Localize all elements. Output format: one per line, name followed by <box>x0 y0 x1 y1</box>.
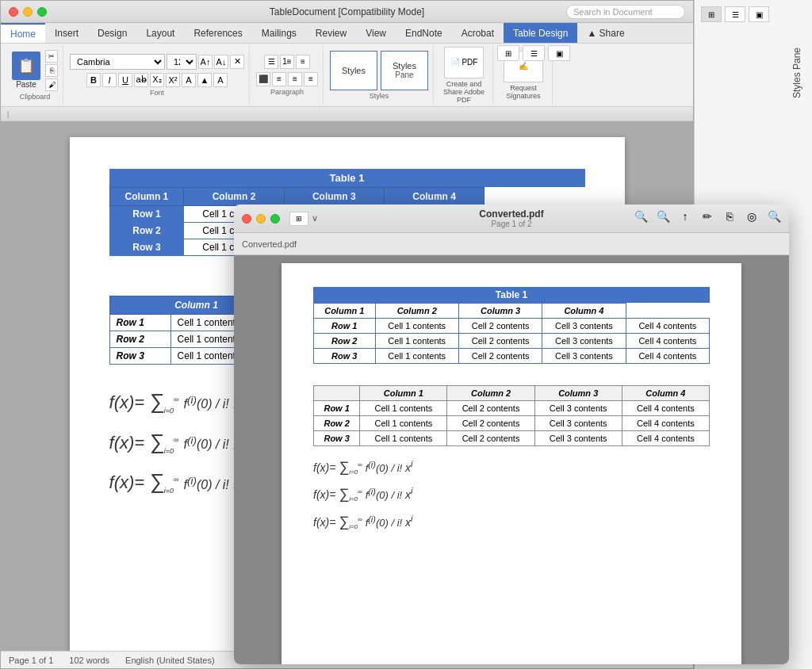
copy-button[interactable]: ⎘ <box>45 64 58 77</box>
pdf-zoom-out-icon[interactable]: 🔍 <box>632 208 649 225</box>
word-table-col4-header: Column 4 <box>384 188 484 206</box>
tab-review[interactable]: Review <box>306 23 356 43</box>
minimize-button[interactable] <box>23 7 33 17</box>
align-left-button[interactable]: ⬛ <box>256 72 270 86</box>
tab-insert[interactable]: Insert <box>45 23 88 43</box>
pdf-copy-icon[interactable]: ⎘ <box>721 208 738 225</box>
font-color-button[interactable]: A <box>182 73 196 87</box>
font-size-select[interactable]: 12 <box>167 54 197 70</box>
paste-button[interactable]: 📋 Paste <box>12 52 40 89</box>
tab-view[interactable]: View <box>356 23 396 43</box>
list-icon[interactable]: ☰ <box>725 6 745 22</box>
highlight-button[interactable]: ▲ <box>197 73 212 87</box>
pdf-t1-r3-label: Row 3 <box>314 349 376 364</box>
tab-table-design[interactable]: Table Design <box>504 23 577 43</box>
strikethrough-button[interactable]: ab̶ <box>134 73 148 87</box>
tab-design[interactable]: Design <box>88 23 136 43</box>
pdf-t2-col0 <box>314 386 360 401</box>
ribbon-tabs: Home Insert Design Layout References Mai… <box>1 23 693 44</box>
pdf-filename-label: Converted.pdf <box>242 239 297 249</box>
panel-view-icon[interactable]: ▣ <box>548 45 570 61</box>
pdf-minimize-button[interactable] <box>256 214 266 224</box>
tab-endnote[interactable]: EndNote <box>396 23 452 43</box>
ruler: | <box>1 107 693 121</box>
tab-home[interactable]: Home <box>1 23 45 43</box>
tab-share[interactable]: ▲ Share <box>577 23 634 43</box>
spacer <box>313 376 710 385</box>
clear-format-button[interactable]: ✕ <box>230 55 244 69</box>
underline-button[interactable]: U <box>118 73 132 87</box>
table-row: Row 1 Cell 1 contents Cell 2 contents Ce… <box>314 319 710 334</box>
tab-layout[interactable]: Layout <box>136 23 184 43</box>
pdf-t1-r2-c1: Cell 1 contents <box>375 334 458 349</box>
format-painter-button[interactable]: 🖌 <box>45 78 58 91</box>
pdf-maximize-button[interactable] <box>270 214 280 224</box>
tab-acrobat[interactable]: Acrobat <box>452 23 504 43</box>
pdf-title-bar: ⊞ ∨ Converted.pdf Page 1 of 2 🔍 🔍 ↑ ✏ ⎘ … <box>234 205 789 233</box>
pane-view-icons: ⊞ ☰ ▣ <box>695 0 812 29</box>
decrease-font-button[interactable]: A↓ <box>214 55 228 69</box>
pdf-t1-r2-c4: Cell 4 contents <box>626 334 709 349</box>
pdf-t2-r1-c2: Cell 2 contents <box>447 401 534 416</box>
pdf-nav-icon[interactable]: ◎ <box>743 208 760 225</box>
justify-button[interactable]: ≡ <box>304 72 318 86</box>
pdf-t2-r3-c1: Cell 1 contents <box>360 431 447 446</box>
superscript-button[interactable]: X² <box>166 73 180 87</box>
align-right-button[interactable]: ≡ <box>288 72 302 86</box>
text-color-button2[interactable]: A <box>213 73 228 87</box>
paragraph-group-label: Paragraph <box>270 88 304 96</box>
narrow-row3-label: Row 3 <box>109 348 170 365</box>
tab-references[interactable]: References <box>184 23 251 43</box>
align-center-button[interactable]: ≡ <box>272 72 286 86</box>
styles-button[interactable]: Styles <box>330 51 377 90</box>
italic-button[interactable]: I <box>102 73 117 87</box>
paragraph-group: ☰ 1≡ ≡ ⬛ ≡ ≡ ≡ Paragraph <box>251 45 324 105</box>
grid-icon[interactable]: ⊞ <box>701 6 722 22</box>
pdf-t1-r1-c4: Cell 4 contents <box>626 319 709 334</box>
pdf-search-icon[interactable]: 🔍 <box>765 208 783 225</box>
maximize-button[interactable] <box>37 7 47 17</box>
ribbon-content: 📋 Paste ✂ ⎘ 🖌 Clipboard Cambria 12 <box>1 44 693 107</box>
pdf-t2-r1-c1: Cell 1 contents <box>360 401 447 416</box>
create-share-pdf-button[interactable]: 📄 PDF Create and Share Adobe PDF <box>440 47 488 104</box>
grid-view-icon[interactable]: ⊞ <box>497 45 519 61</box>
pdf-t1-r3-c2: Cell 2 contents <box>458 349 542 364</box>
narrow-row2-label: Row 2 <box>109 331 170 348</box>
pdf-t1-r1-c1: Cell 1 contents <box>375 319 458 334</box>
pdf-view-btn[interactable]: ⊞ <box>289 212 308 226</box>
numbering-button[interactable]: 1≡ <box>280 55 294 69</box>
bold-button[interactable]: B <box>86 73 101 87</box>
multilevel-button[interactable]: ≡ <box>296 55 310 69</box>
font-family-select[interactable]: Cambria <box>70 54 165 70</box>
clipboard-label: Clipboard <box>20 93 51 101</box>
subscript-button[interactable]: X₂ <box>150 73 164 87</box>
close-button[interactable] <box>9 7 18 17</box>
pdf-t2-r2-c2: Cell 2 contents <box>447 416 534 431</box>
pdf-t2-r1-c4: Cell 4 contents <box>622 401 709 416</box>
bullets-button[interactable]: ☰ <box>264 55 278 69</box>
pdf-share-icon[interactable]: ↑ <box>676 208 694 225</box>
pdf-t1-r3-c1: Cell 1 contents <box>375 349 458 364</box>
pdf-pencil-icon[interactable]: ✏ <box>699 208 716 225</box>
pdf-t1-r2-label: Row 2 <box>314 334 376 349</box>
acrobat-group: 📄 PDF Create and Share Adobe PDF <box>435 45 493 105</box>
increase-font-button[interactable]: A↑ <box>198 55 213 69</box>
list-view-icon[interactable]: ☰ <box>523 45 545 61</box>
pdf-title-center: Converted.pdf Page 1 of 2 <box>479 208 543 228</box>
pdf-t2-col2: Column 2 <box>447 386 534 401</box>
pdf-toolbar-right: 🔍 🔍 ↑ ✏ ⎘ ◎ 🔍 <box>632 208 783 225</box>
panel-icon[interactable]: ▣ <box>749 6 769 22</box>
pdf-t1-r2-c3: Cell 3 contents <box>542 334 626 349</box>
cut-button[interactable]: ✂ <box>45 50 58 63</box>
table-row: Row 3 Cell 1 contents Cell 2 contents Ce… <box>314 431 710 446</box>
pdf-table1-caption: Table 1 <box>313 287 710 303</box>
pdf-zoom-in-icon[interactable]: 🔍 <box>654 208 672 225</box>
styles-pane-button[interactable]: Styles Pane <box>381 51 428 90</box>
pdf-table-1: Table 1 Column 1 Column 2 Column 3 Colum… <box>313 287 710 364</box>
search-input[interactable]: Search in Document <box>566 5 685 19</box>
narrow-row1-label: Row 1 <box>109 315 170 331</box>
pdf-content-area: Table 1 Column 1 Column 2 Column 3 Colum… <box>234 255 789 664</box>
pdf-close-button[interactable] <box>242 214 251 224</box>
tab-mailings[interactable]: Mailings <box>252 23 306 43</box>
language: English (United States) <box>125 656 215 665</box>
